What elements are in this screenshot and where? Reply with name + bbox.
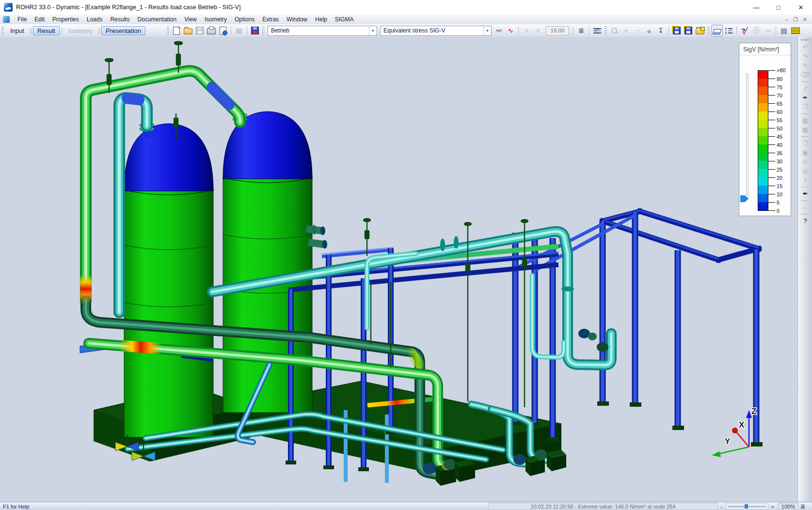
mdi-minimize-button[interactable]: – [785,16,788,23]
legend-row: 0 [758,202,790,210]
menu-help[interactable]: Help [311,15,331,24]
app-icon [4,3,13,12]
save-all-views-icon[interactable] [683,25,694,36]
tab-result[interactable]: Result [33,26,60,35]
legend-row: 20 [758,169,790,177]
i-beam-icon: I [798,175,812,185]
scale-value-input[interactable]: 19.00 [546,26,569,35]
legend-row: 65 [758,95,790,103]
text-list-icon[interactable]: ≣ [575,25,587,36]
legend-slider-groove[interactable] [746,73,748,199]
menu-documentation[interactable]: Documentation [133,15,180,24]
legend-row: 60 [758,103,790,112]
status-help-text: F1 for Help [0,504,29,510]
legend-row: 35 [758,144,790,153]
menu-window[interactable]: Window [283,15,311,24]
open-view-icon[interactable] [694,25,706,36]
eraser-icon[interactable] [711,25,723,36]
paste-icon: ▣ [798,148,812,157]
component-b-icon: ▩ [798,125,812,134]
chevron-down-icon[interactable]: ▼ [483,26,491,35]
tab-presentation[interactable]: Presentation [101,26,145,35]
menu-file[interactable]: File [14,15,31,24]
menu-isometry[interactable]: Isometry [201,15,231,24]
fit-view-icon[interactable] [643,25,655,36]
zoom-in-button[interactable]: + [769,504,776,510]
sine-curve-icon[interactable]: ∿ [505,25,516,36]
mdi-close-button[interactable]: ✕ [803,16,807,23]
print-icon[interactable] [206,25,217,36]
menu-view[interactable]: View [180,15,201,24]
context-help-icon[interactable]: ? [798,216,812,225]
legend-title: SigV [N/mm²] [739,43,791,55]
legend-color-box [758,128,768,137]
new-document-icon[interactable] [171,25,182,36]
toolbar-grip [1,26,4,35]
target-icon: ◎ [798,166,812,175]
menu-results[interactable]: Results [106,15,133,24]
legend-row: 25 [758,161,790,169]
save-view-icon[interactable] [671,25,683,36]
xyz-axes-icon[interactable]: xyz [493,25,505,36]
zoom-slider-handle[interactable] [745,504,748,509]
legend-color-box [758,177,768,186]
zoom-icon [608,25,620,36]
save-icon [194,25,206,36]
legend-row: 40 [758,136,790,144]
copy-icon: ❐ [798,139,812,148]
copy-sheet-icon: ❐ [798,102,812,112]
legend-color-box [758,136,768,145]
toolbar-grip [262,26,265,35]
menu-options[interactable]: Options [231,15,258,24]
legend-row: 75 [758,79,790,87]
model-canvas[interactable]: Z X Y [0,37,797,502]
zoom-out-button[interactable]: - [718,504,725,510]
previous-result-icon: < [532,25,544,36]
chevron-down-icon[interactable]: ▼ [369,26,377,35]
legend-color-box [758,120,768,128]
legend-color-box [758,153,768,161]
result-type-combobox[interactable]: Equivalent stress SIG-V ▼ [380,26,492,36]
minimize-button[interactable]: — [745,0,767,15]
help-select-icon[interactable]: ? [739,25,750,36]
menu-extras[interactable]: Extras [258,15,283,24]
print-preview-icon[interactable] [217,25,229,36]
legend-row: 15 [758,177,790,186]
zoom-slider[interactable] [726,503,768,510]
save-project-icon[interactable] [249,25,261,36]
legend-row: 5 [758,194,790,202]
result-type-value: Equivalent stress SIG-V [381,27,483,34]
compare-list-icon[interactable] [591,25,603,36]
zoom-extents-icon[interactable]: ↧ [655,25,667,36]
tab-input[interactable]: Input [6,26,29,35]
menu-sigma[interactable]: SIGMA [331,15,358,24]
axis-z-label: Z [751,407,756,416]
load-case-combobox[interactable]: Betrieb ▼ [268,26,377,36]
mdi-restore-button[interactable]: ❐ [793,16,798,23]
menu-edit[interactable]: Edit [31,15,48,24]
legend-value-label: 0 [777,208,780,214]
status-list-icon[interactable]: ≣ [800,503,805,510]
report-icon[interactable]: ▤ [778,25,790,36]
viewport-3d[interactable]: Z X Y SigV [N/mm²] >80 80757065605550454… [0,37,797,502]
menu-loads[interactable]: Loads [83,15,107,24]
legend-row: 70 [758,87,790,95]
load-case-value: Betrieb [268,27,369,34]
element-list-icon[interactable] [723,25,734,36]
legend-color-box [758,103,768,112]
zoom-level: 100% [778,503,798,510]
menu-properties[interactable]: Properties [48,15,83,24]
resize-horizontal-icon: ↔ [798,203,812,212]
tab-isometry[interactable]: Isometry [64,26,97,35]
pick-pipette-icon[interactable]: ✒ [798,93,812,102]
close-button[interactable]: ✕ [790,0,812,15]
app-icon-small [3,16,10,23]
axis-y-label: Y [725,437,731,446]
legend-color-box [758,95,768,104]
selection-hatch-icon[interactable] [790,25,801,36]
open-folder-icon[interactable] [182,25,194,36]
legend-color-box [758,194,768,203]
maximize-button[interactable]: □ [767,0,790,15]
measure-pipette-icon[interactable]: ✒ [798,189,812,198]
status-bar: F1 for Help 20.02.20 11:26:58 - Extreme … [0,502,812,510]
